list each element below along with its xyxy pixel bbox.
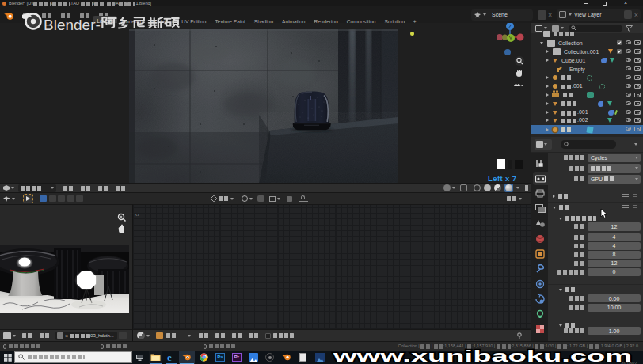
svg-text:Blender-: Blender- [44, 17, 101, 33]
svg-text:Y: Y [509, 36, 513, 41]
svg-text:www.xunibaoku.com: www.xunibaoku.com [332, 347, 632, 364]
svg-text:Z: Z [508, 24, 512, 29]
